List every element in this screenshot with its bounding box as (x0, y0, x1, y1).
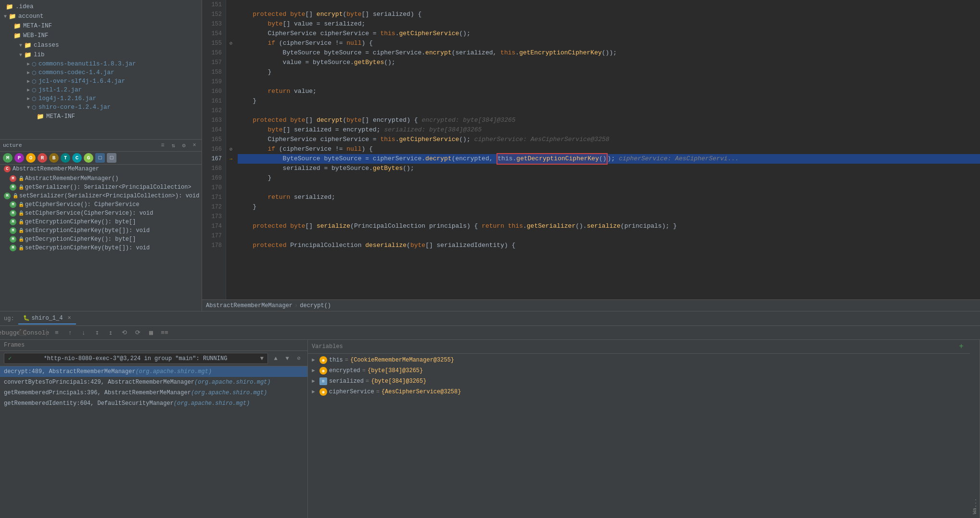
expand-arrow-icon: ► (312, 368, 318, 374)
frames-panel: Frames ✓ *http-nio-8080-exec-3"@3,224 in… (0, 340, 308, 518)
var-value: {byte[384]@3265} (368, 367, 423, 374)
lock-icon: 🔒 (18, 228, 24, 233)
frame-item[interactable]: convertBytesToPrincipals:429, AbstractRe… (0, 377, 307, 388)
run-button[interactable]: ↥ (105, 327, 116, 338)
evaluate-button[interactable]: ⟲ (119, 327, 129, 338)
code-content[interactable]: protected byte[] encrypt(byte[] serializ… (236, 0, 980, 299)
tree-item-jar5[interactable]: ► ⬡ log4j-1.2.16.jar (0, 94, 202, 103)
expand-arrow-icon: ► (312, 389, 318, 395)
debug-tab-label: shiro_1_4 (32, 315, 63, 322)
structure-toolbar: ucture ≡ ⇅ ⚙ × (0, 140, 202, 152)
var-item-cipherservice[interactable]: ► ◉ cipherService = {AesCipherService@32… (308, 387, 970, 397)
tree-item-webinf[interactable]: 📁 WEB-INF (0, 31, 202, 40)
code-line-171: return serialized; (238, 193, 980, 202)
tree-item-jar1[interactable]: ► ⬡ commons-beanutils-1.8.3.jar (0, 60, 202, 68)
tree-item-jar6[interactable]: ▼ ⬡ shiro-core-1.2.4.jar (0, 103, 202, 112)
var-item-serialized[interactable]: ► ≡ serialized = {byte[384]@3265} (308, 376, 970, 387)
sort-alpha-button[interactable]: ≡ (158, 141, 167, 150)
struct-item[interactable]: M 🔒 getSerializer(): Serializer<Principa… (0, 183, 202, 192)
struct-item[interactable]: M 🔒 getEncryptionCipherKey(): byte[] (0, 218, 202, 226)
code-line-169: } (238, 173, 980, 183)
struct-item[interactable]: M 🔒 setSerializer(Serializer<PrincipalCo… (0, 192, 202, 200)
var-name: cipherService (329, 388, 374, 395)
code-scroll[interactable]: 151 152 153 154 155 156 157 158 159 160 … (202, 0, 980, 299)
step-into-button[interactable]: ↓ (78, 327, 89, 338)
code-line-164: byte[] serialized = encrypted; serialize… (238, 125, 980, 135)
icon-r[interactable]: R (38, 153, 47, 163)
close-button[interactable]: × (190, 141, 199, 150)
grid-button[interactable]: ▦ (146, 327, 156, 338)
var-type-icon: ◉ (319, 356, 327, 364)
frame-method: getRememberedPrincipals:396, AbstractRem… (4, 389, 191, 396)
code-line-151 (238, 0, 980, 10)
lock-icon: 🔒 (18, 184, 24, 190)
struct-class-name[interactable]: C AbstractRememberMeManager (0, 165, 202, 173)
thread-filter-button[interactable]: ⊘ (294, 354, 304, 363)
var-name: encrypted (329, 367, 360, 374)
code-line-153: byte[] value = serialized; (238, 19, 980, 29)
sort-type-button[interactable]: ⇅ (169, 141, 178, 150)
struct-item[interactable]: M 🔒 setDecryptionCipherKey(byte[]): void (0, 244, 202, 252)
console-button[interactable]: Console (31, 327, 41, 338)
reorder-button[interactable]: ≡ (51, 327, 62, 338)
thread-down-button[interactable]: ▼ (282, 354, 292, 363)
lock-icon: 🔒 (18, 176, 24, 181)
tree-item-metainf[interactable]: 📁 META-INF (0, 21, 202, 31)
tree-item-jar2[interactable]: ► ⬡ commons-codec-1.4.jar (0, 68, 202, 77)
tree-item-classes[interactable]: ▼ 📁 classes (0, 40, 202, 50)
code-line-166: if (cipherService != null) { (238, 144, 980, 154)
code-line-160: return value; (238, 87, 980, 96)
frame-item[interactable]: decrypt:489, AbstractRememberMeManager (… (0, 366, 307, 377)
thread-dropdown[interactable]: ✓ *http-nio-8080-exec-3"@3,224 in group … (4, 353, 268, 364)
icon-c[interactable]: C (72, 153, 82, 163)
icon-sq1[interactable]: □ (95, 153, 105, 163)
bug-icon: 🐛 (23, 315, 30, 321)
var-item-encrypted[interactable]: ► ◉ encrypted = {byte[384]@3265} (308, 365, 970, 376)
lock-icon: 🔒 (13, 193, 18, 199)
tree-item[interactable]: 📁 .idea (0, 2, 202, 12)
main-area: 📁 .idea ▼ 📁 account 📁 META-INF 📁 WEB-INF (0, 0, 980, 311)
resume-button[interactable]: ⟳ (132, 327, 143, 338)
tree-item-jar4[interactable]: ► ⬡ jstl-1.2.jar (0, 86, 202, 94)
variables-list: ► ◉ this = {CookieRememberMeManager@3255… (308, 354, 970, 518)
var-name: serialized (329, 378, 364, 385)
method-icon: M (10, 245, 16, 251)
icon-sq2[interactable]: □ (107, 153, 116, 163)
debug-tab-shiro[interactable]: 🐛 shiro_1_4 × (18, 313, 76, 324)
thread-up-button[interactable]: ▲ (271, 354, 280, 363)
frame-item[interactable]: getRememberedIdentity:604, DefaultSecuri… (0, 398, 307, 409)
step-out-button[interactable]: ↧ (92, 327, 102, 338)
tree-item-metainf2[interactable]: 📁 META-INF (0, 112, 202, 121)
struct-item[interactable]: M 🔒 setCipherService(CipherService): voi… (0, 209, 202, 218)
structure-list: M 🔒 AbstractRememberMeManager() M 🔒 getS… (0, 173, 202, 311)
settings-debug-button[interactable]: ≡≡ (159, 327, 170, 338)
struct-item[interactable]: M 🔒 getCipherService(): CipherService (0, 200, 202, 209)
struct-item[interactable]: M 🔒 setEncryptionCipherKey(byte[]): void (0, 226, 202, 235)
thread-selector: ✓ *http-nio-8080-exec-3"@3,224 in group … (0, 351, 307, 366)
icon-b[interactable]: B (49, 153, 59, 163)
settings-button[interactable]: ⚙ (179, 141, 188, 150)
add-variable-button[interactable]: + (956, 342, 966, 351)
debugger-button[interactable]: Debugger (4, 327, 14, 338)
code-lines: 151 152 153 154 155 156 157 158 159 160 … (202, 0, 980, 299)
step-over-button[interactable]: ↑ (65, 327, 76, 338)
struct-item[interactable]: M 🔒 AbstractRememberMeManager() (0, 174, 202, 183)
icon-m[interactable]: M (3, 153, 13, 163)
icon-o[interactable]: O (26, 153, 36, 163)
variables-header: Variables + (308, 340, 970, 354)
tree-item-lib[interactable]: ▼ 📁 lib (0, 50, 202, 60)
lock-icon: 🔒 (18, 245, 24, 251)
code-line-157: value = byteSource.getBytes(); (238, 58, 980, 67)
code-line-152: protected byte[] encrypt(byte[] serializ… (238, 10, 980, 19)
frame-class: (org.apache.shiro.mgt) (174, 400, 250, 407)
struct-item[interactable]: M 🔒 getDecryptionCipherKey(): byte[] (0, 235, 202, 244)
tree-item-jar3[interactable]: ► ⬡ jcl-over-slf4j-1.6.4.jar (0, 77, 202, 86)
var-item-this[interactable]: ► ◉ this = {CookieRememberMeManager@3255… (308, 355, 970, 365)
structure-panel: ucture ≡ ⇅ ⚙ × M P O R B T C G □ □ C Abs… (0, 140, 202, 311)
tree-item-account[interactable]: ▼ 📁 account (0, 12, 202, 21)
icon-t[interactable]: T (61, 153, 70, 163)
close-tab-icon[interactable]: × (67, 315, 71, 322)
icon-p[interactable]: P (14, 153, 24, 163)
frame-item[interactable]: getRememberedPrincipals:396, AbstractRem… (0, 388, 307, 398)
icon-g[interactable]: G (84, 153, 93, 163)
